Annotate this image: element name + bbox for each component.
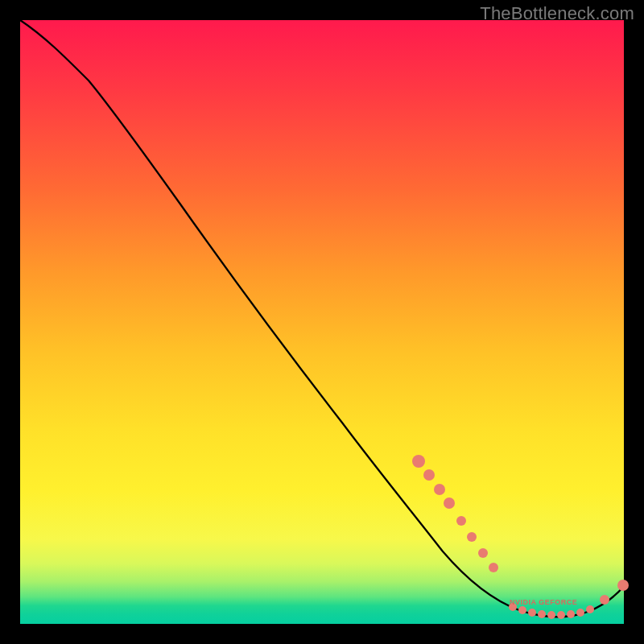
svg-point-5 xyxy=(467,532,477,542)
svg-point-2 xyxy=(434,484,445,495)
chart-stage: NVIDIA GEFORCE TheBottleneck.com xyxy=(0,0,644,644)
svg-point-0 xyxy=(412,455,425,468)
svg-point-12 xyxy=(547,611,555,619)
svg-point-7 xyxy=(489,563,498,572)
svg-point-1 xyxy=(423,469,435,481)
bottleneck-curve xyxy=(20,20,624,617)
sample-dots xyxy=(412,455,629,619)
svg-point-10 xyxy=(528,609,536,617)
curve-layer xyxy=(20,20,624,624)
svg-point-9 xyxy=(518,606,526,614)
svg-point-13 xyxy=(557,611,565,619)
svg-point-16 xyxy=(586,605,594,613)
svg-point-17 xyxy=(600,595,609,605)
svg-point-15 xyxy=(576,609,584,617)
svg-point-4 xyxy=(456,516,466,526)
svg-point-14 xyxy=(567,610,575,618)
svg-point-11 xyxy=(538,610,546,618)
svg-point-3 xyxy=(444,497,455,509)
svg-point-6 xyxy=(478,548,488,558)
svg-point-18 xyxy=(617,580,629,591)
watermark-text: TheBottleneck.com xyxy=(480,3,634,24)
series-label: NVIDIA GEFORCE xyxy=(510,598,577,606)
plot-area: NVIDIA GEFORCE xyxy=(20,20,624,624)
